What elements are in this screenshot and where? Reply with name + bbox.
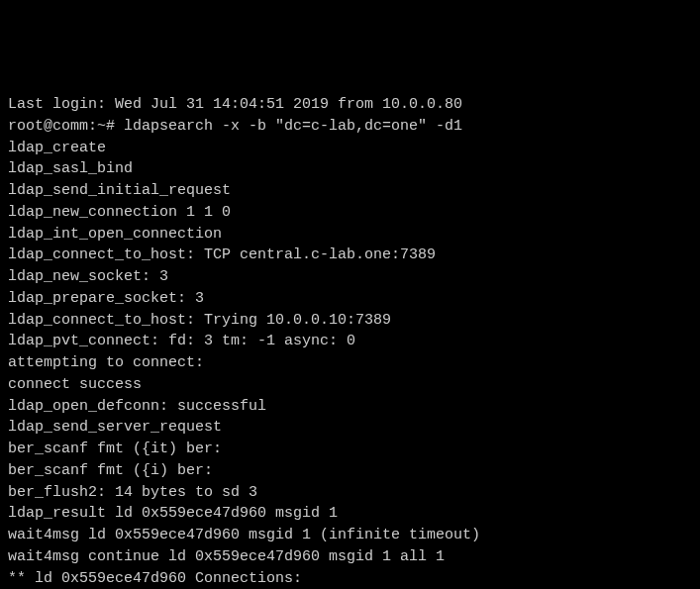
terminal-line: ber_flush2: 14 bytes to sd 3 <box>8 482 692 504</box>
terminal-line: ldap_connect_to_host: TCP central.c-lab.… <box>8 245 692 266</box>
terminal-line: wait4msg continue ld 0x559ece47d960 msgi… <box>8 546 692 568</box>
terminal-line: ldap_send_server_request <box>8 417 692 439</box>
terminal-line: ldap_pvt_connect: fd: 3 tm: -1 async: 0 <box>8 331 692 352</box>
terminal-line: ldap_result ld 0x559ece47d960 msgid 1 <box>8 503 692 525</box>
terminal-output[interactable]: Last login: Wed Jul 31 14:04:51 2019 fro… <box>8 94 692 589</box>
terminal-line: ldap_new_socket: 3 <box>8 266 692 288</box>
terminal-line: ** ld 0x559ece47d960 Connections: <box>8 568 692 590</box>
terminal-line: ber_scanf fmt ({i) ber: <box>8 460 692 482</box>
terminal-line: ldap_create <box>8 138 692 159</box>
terminal-line: ldap_connect_to_host: Trying 10.0.0.10:7… <box>8 310 692 332</box>
terminal-line: ldap_open_defconn: successful <box>8 396 692 418</box>
terminal-line: ldap_sasl_bind <box>8 158 692 180</box>
terminal-line: ldap_prepare_socket: 3 <box>8 288 692 310</box>
terminal-line: ber_scanf fmt ({it) ber: <box>8 439 692 460</box>
terminal-line: root@comm:~# ldapsearch -x -b "dc=c-lab,… <box>8 116 692 138</box>
terminal-line: wait4msg ld 0x559ece47d960 msgid 1 (infi… <box>8 525 692 546</box>
terminal-line: ldap_int_open_connection <box>8 224 692 245</box>
terminal-line: ldap_new_connection 1 1 0 <box>8 202 692 224</box>
terminal-line: attempting to connect: <box>8 352 692 374</box>
terminal-line: connect success <box>8 374 692 396</box>
terminal-line: Last login: Wed Jul 31 14:04:51 2019 fro… <box>8 94 692 116</box>
terminal-line: ldap_send_initial_request <box>8 180 692 202</box>
